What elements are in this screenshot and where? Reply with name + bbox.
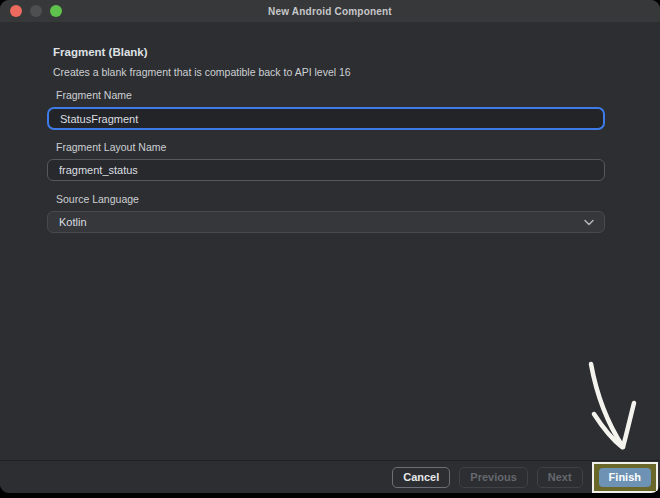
hand-drawn-arrow-annotation (553, 352, 660, 460)
fragment-layout-name-label: Fragment Layout Name (56, 141, 166, 153)
footer-bar: Cancel Previous Next Finish (0, 460, 660, 493)
template-description: Creates a blank fragment that is compati… (53, 66, 351, 78)
next-button[interactable]: Next (537, 467, 583, 488)
minimize-button[interactable] (30, 5, 42, 17)
source-language-select[interactable]: Kotlin (47, 211, 605, 233)
finish-highlight-annotation: Finish (592, 462, 658, 493)
finish-button[interactable]: Finish (599, 468, 651, 487)
chevron-down-icon (584, 219, 594, 226)
dialog-window: New Android Component Fragment (Blank) C… (0, 0, 660, 493)
cancel-button[interactable]: Cancel (392, 467, 450, 488)
zoom-button[interactable] (50, 5, 62, 17)
source-language-value: Kotlin (59, 216, 87, 228)
previous-button[interactable]: Previous (459, 467, 527, 488)
dialog-content: Fragment (Blank) Creates a blank fragmen… (0, 22, 660, 460)
fragment-layout-name-input[interactable] (47, 159, 605, 181)
fragment-name-label: Fragment Name (56, 89, 132, 101)
traffic-lights (10, 5, 62, 17)
fragment-name-input[interactable] (47, 107, 605, 130)
title-bar: New Android Component (0, 0, 660, 22)
source-language-label: Source Language (56, 193, 139, 205)
window-title: New Android Component (268, 6, 392, 17)
close-button[interactable] (10, 5, 22, 17)
template-heading: Fragment (Blank) (53, 46, 148, 58)
